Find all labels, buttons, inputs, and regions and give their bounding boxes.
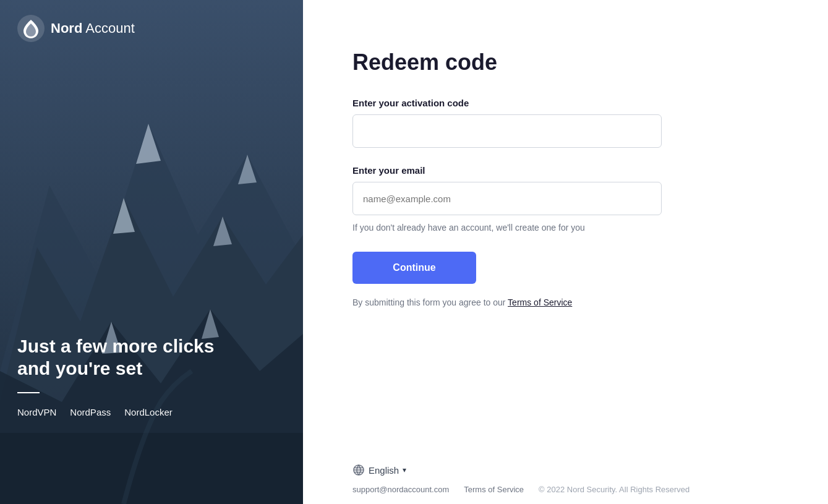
continue-button[interactable]: Continue xyxy=(352,252,476,284)
globe-icon xyxy=(352,464,365,476)
left-bottom-content: Just a few more clicks and you're set No… xyxy=(17,335,215,417)
brand-title: Nord Account xyxy=(51,20,135,36)
chevron-down-icon: ▾ xyxy=(403,466,406,474)
tos-prefix: By submitting this form you agree to our xyxy=(352,297,508,307)
email-label: Enter your email xyxy=(352,165,686,176)
left-panel: Nord Account Just a few more clicks and … xyxy=(0,0,303,504)
email-input[interactable] xyxy=(352,182,662,215)
footer-links: support@nordaccount.com Terms of Service… xyxy=(352,485,779,494)
page-title: Redeem code xyxy=(352,49,686,75)
product-nordlocker[interactable]: NordLocker xyxy=(124,407,173,417)
right-footer: English ▾ support@nordaccount.com Terms … xyxy=(303,451,828,504)
product-links: NordVPN NordPass NordLocker xyxy=(17,407,215,417)
activation-code-group: Enter your activation code xyxy=(352,98,686,148)
product-nordpass[interactable]: NordPass xyxy=(70,407,111,417)
language-selector[interactable]: English ▾ xyxy=(352,464,779,476)
activation-code-label: Enter your activation code xyxy=(352,98,686,108)
footer-copyright: © 2022 Nord Security. All Rights Reserve… xyxy=(539,485,689,494)
email-hint: If you don't already have an account, we… xyxy=(352,221,662,234)
svg-rect-10 xyxy=(0,433,303,504)
nord-logo-icon xyxy=(17,15,45,42)
mountain-illustration xyxy=(0,0,303,504)
email-group: Enter your email If you don't already ha… xyxy=(352,165,686,234)
footer-support-email[interactable]: support@nordaccount.com xyxy=(352,485,449,494)
activation-code-input[interactable] xyxy=(352,114,662,148)
brand-nord: Nord xyxy=(51,20,82,36)
language-label: English xyxy=(369,465,399,476)
divider xyxy=(17,392,40,393)
left-header: Nord Account xyxy=(17,15,135,42)
footer-tos-link[interactable]: Terms of Service xyxy=(464,485,524,494)
product-nordvpn[interactable]: NordVPN xyxy=(17,407,56,417)
tos-notice: By submitting this form you agree to our… xyxy=(352,297,662,307)
form-content: Redeem code Enter your activation code E… xyxy=(303,0,736,451)
right-panel: Redeem code Enter your activation code E… xyxy=(303,0,828,504)
brand-account: Account xyxy=(85,20,135,36)
tagline: Just a few more clicks and you're set xyxy=(17,335,215,380)
tos-link[interactable]: Terms of Service xyxy=(508,297,572,307)
